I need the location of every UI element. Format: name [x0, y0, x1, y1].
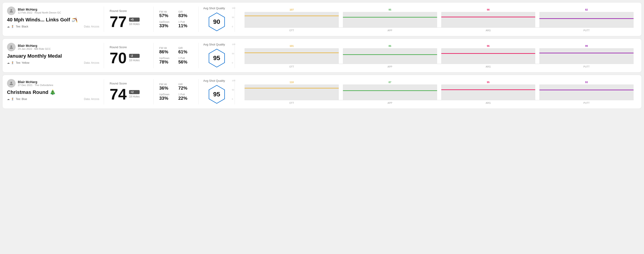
round-card-3: Blair McHarg27 Dec 2021 · The Oxfordshir…	[2, 75, 642, 109]
stat-item-1: GIR61%	[178, 47, 193, 54]
tee-label: Tee: Yellow	[16, 61, 29, 64]
score-badge-col: -218 Holes	[129, 54, 140, 62]
bar-background	[441, 48, 536, 64]
y-label: 100	[232, 43, 235, 45]
svg-point-2	[10, 82, 12, 83]
bar-value: 95	[389, 8, 391, 11]
bar-container	[441, 48, 536, 64]
bar-container	[343, 48, 437, 64]
cloud-icon: ☁	[7, 61, 10, 64]
avg-shot-quality-label: Avg Shot Quality	[203, 79, 225, 82]
date-course: 29 Jan 2022 · Mill Ride GCC	[18, 47, 51, 50]
axis-line	[244, 27, 634, 28]
user-info: Blair McHarg27 Dec 2021 · The Oxfordshir…	[18, 80, 53, 87]
bar-fill	[343, 54, 437, 55]
cloud-icon: ☁	[7, 98, 10, 101]
stat-item-3: 1 Putt11%	[178, 20, 193, 28]
bar-fill	[441, 89, 536, 90]
bar-label: OTT	[289, 29, 294, 32]
score-badge: -2	[129, 54, 140, 58]
bar-value: 98	[487, 8, 490, 11]
avatar	[7, 79, 16, 88]
stat-value: 61%	[178, 49, 193, 54]
svg-point-1	[10, 45, 12, 47]
bar-container	[244, 12, 339, 28]
bar-container	[539, 12, 634, 28]
y-label: 50	[232, 89, 235, 91]
round-score-label: Round Score	[110, 82, 148, 85]
bar-label: OTT	[289, 65, 294, 68]
bar-fill	[539, 90, 634, 90]
avatar	[7, 6, 16, 15]
round-title: Christmas Round 🎄	[7, 89, 99, 95]
bar-group-arg: 95ARG	[441, 81, 536, 104]
stat-label: 1 Putt	[178, 93, 193, 96]
bar-group-putt: 93PUTT	[539, 81, 634, 104]
bar-container	[244, 84, 339, 100]
stat-item-2: Up/Down33%	[159, 93, 174, 101]
bar-group-ott: 110OTT	[244, 81, 339, 104]
bar-value: 86	[389, 45, 391, 47]
stats-grid: FW Hit36%GIR72%Up/Down33%1 Putt22%	[159, 83, 193, 101]
stat-value: 83%	[178, 13, 193, 18]
stat-value: 86%	[159, 49, 174, 54]
bar-background	[244, 12, 339, 28]
bar-value: 99	[585, 45, 588, 47]
bag-icon: 🏌	[11, 25, 14, 28]
stat-item-0: FW Hit36%	[159, 83, 174, 91]
bar-container	[441, 12, 536, 28]
bar-background	[441, 12, 536, 28]
bar-value: 107	[290, 8, 294, 11]
data-source: Data: Arccos	[84, 61, 99, 64]
bar-group-ott: 107OTT	[244, 8, 339, 32]
y-label: 100	[232, 7, 235, 9]
stat-item-2: Up/Down78%	[159, 57, 174, 65]
stat-value: 36%	[159, 86, 174, 91]
bar-value: 110	[290, 81, 294, 84]
bar-label: ARG	[486, 65, 491, 68]
data-source: Data: Arccos	[84, 98, 99, 101]
avg-shot-quality-label: Avg Shot Quality	[203, 43, 225, 46]
data-source: Data: Arccos	[84, 25, 99, 28]
bar-group-arg: 96ARG	[441, 45, 536, 68]
bottom-row: ☁🏌Tee: BlueData: Arccos	[7, 98, 99, 101]
stats-section: FW Hit36%GIR72%Up/Down33%1 Putt22%	[154, 79, 199, 105]
stat-label: GIR	[178, 47, 193, 49]
tee-info: ☁🏌Tee: Black	[7, 25, 28, 28]
bar-fill	[244, 52, 339, 53]
holes-label: 18 Holes	[129, 95, 140, 98]
user-row: Blair McHarg12 Feb 2022 · Royal North De…	[7, 6, 99, 15]
chart-y-labels: 100500	[232, 43, 235, 64]
score-section: Round Score77+518 Holes	[104, 6, 154, 32]
bar-background	[244, 84, 339, 100]
score-badge-col: +218 Holes	[129, 90, 140, 98]
bar-label: OTT	[289, 102, 294, 104]
bar-label: PUTT	[583, 102, 590, 104]
user-name: Blair McHarg	[18, 8, 61, 11]
chart-section: 100500110OTT87APP95ARG93PUTT	[235, 79, 637, 105]
stat-item-1: GIR83%	[178, 10, 193, 18]
bar-value: 87	[389, 81, 391, 84]
bar-container	[343, 84, 437, 100]
hex-score: 95	[213, 91, 220, 98]
y-label: 0	[232, 98, 235, 100]
y-label: 0	[232, 25, 235, 28]
bar-value: 101	[290, 45, 294, 47]
score-number: 70	[110, 50, 127, 66]
tee-label: Tee: Blue	[16, 98, 27, 101]
bar-group-app: 87APP	[343, 81, 437, 104]
bar-background	[539, 12, 634, 28]
score-row: 74+218 Holes	[110, 87, 148, 102]
bar-fill	[343, 90, 437, 91]
bar-fill	[441, 17, 536, 17]
bar-label: ARG	[486, 102, 491, 104]
stat-label: Up/Down	[159, 93, 174, 96]
bar-container	[441, 84, 536, 100]
bottom-row: ☁🏌Tee: BlackData: Arccos	[7, 25, 99, 28]
hex-score: 90	[213, 18, 220, 25]
quality-section: Avg Shot Quality95	[199, 79, 235, 105]
stat-label: FW Hit	[159, 47, 174, 49]
bar-value: 96	[487, 45, 490, 47]
bar-container	[539, 48, 634, 64]
bar-fill	[244, 88, 339, 89]
